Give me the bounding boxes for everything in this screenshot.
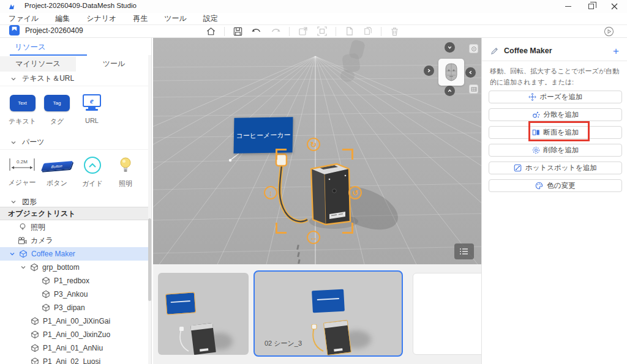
- copy-button[interactable]: [344, 26, 355, 37]
- add-hotspot-button[interactable]: ホットスポットを追加: [489, 162, 622, 174]
- minimize-button[interactable]: [559, 0, 577, 13]
- rotate-axis-handle[interactable]: ↺: [348, 186, 362, 199]
- rotate-handle[interactable]: ↻: [307, 138, 320, 151]
- cube-icon: [31, 317, 39, 325]
- object-row[interactable]: P3_dipan: [0, 301, 152, 314]
- orbit-up-button[interactable]: [445, 86, 455, 96]
- cube-icon: [31, 357, 39, 364]
- section-text-url[interactable]: テキスト＆URL: [0, 72, 152, 86]
- object-row[interactable]: P1_Ani_02_Luosi: [0, 355, 152, 364]
- close-button[interactable]: [605, 0, 623, 13]
- cube-icon: [31, 330, 39, 339]
- menu-bar: ファイル 編集 シナリオ 再生 ツール 設定: [0, 13, 627, 25]
- menu-settings[interactable]: 設定: [203, 13, 218, 24]
- object-row-light[interactable]: 照明: [0, 220, 152, 234]
- tab-tools[interactable]: ツール: [76, 56, 152, 72]
- object-row[interactable]: P1_Ani_00_JiXinGai: [0, 314, 152, 328]
- divider: [482, 61, 627, 61]
- add-section-button[interactable]: 断面を追加: [489, 126, 622, 139]
- menu-tools[interactable]: ツール: [164, 13, 187, 24]
- menu-play[interactable]: 再生: [133, 13, 148, 24]
- viewport-3d[interactable]: コーヒーメーカー ↻ ↕ ↺ ↔: [153, 38, 481, 264]
- object-name-sign[interactable]: コーヒーメーカー: [234, 117, 293, 154]
- tool-light[interactable]: 照明: [118, 157, 133, 188]
- toolbar-separator: [381, 27, 381, 36]
- tool-guide[interactable]: ガイド: [82, 157, 103, 188]
- text-badge-icon: Text: [10, 95, 36, 111]
- object-row[interactable]: P1_Ani_00_JixinZuo: [0, 328, 152, 341]
- app-logo-icon: [8, 3, 15, 10]
- tool-text[interactable]: Text テキスト: [9, 95, 36, 126]
- change-color-button[interactable]: 色の変更: [489, 179, 622, 192]
- scene-thumbnail-2-selected[interactable]: 02 シーン_3: [253, 270, 403, 357]
- preview-play-button[interactable]: [604, 26, 614, 37]
- tab-resources-underline: [10, 54, 87, 56]
- tool-url[interactable]: e URL: [81, 94, 102, 124]
- delete-button[interactable]: [389, 26, 400, 37]
- orbit-right-button[interactable]: [424, 65, 434, 76]
- object-row-coffee-maker[interactable]: Coffee Maker: [0, 247, 152, 261]
- object-row[interactable]: P1_redbox: [0, 274, 152, 288]
- move-horizontal-handle[interactable]: ↔: [307, 231, 320, 244]
- grid-toggle-button[interactable]: [469, 84, 478, 94]
- view-orientation-head[interactable]: [438, 59, 464, 86]
- object-row-camera[interactable]: カメラ: [0, 234, 152, 247]
- tab-my-resources[interactable]: マイリソース: [0, 56, 76, 72]
- mannequin-head-icon: [443, 62, 459, 82]
- scene-thumbnail-3[interactable]: [413, 273, 481, 355]
- home-button[interactable]: [206, 26, 216, 37]
- maximize-button[interactable]: [582, 0, 600, 13]
- save-button[interactable]: [233, 26, 243, 37]
- tag-badge-icon: Tag: [44, 95, 70, 111]
- scene-thumbnail-1[interactable]: [158, 273, 249, 355]
- selection-bracket: [342, 149, 353, 160]
- mini-machine: [190, 323, 216, 355]
- hotspot-icon: [514, 164, 522, 172]
- camera-reset-button[interactable]: [469, 44, 478, 53]
- move-vertical-handle[interactable]: ↕: [264, 186, 277, 199]
- cube-icon: [31, 344, 39, 352]
- frame-select-button[interactable]: [317, 26, 328, 37]
- monitor-icon: e: [81, 94, 102, 111]
- tool-measure[interactable]: 0.2M メジャー: [8, 157, 36, 187]
- resource-sidebar: リソース マイリソース ツール テキスト＆URL Text テキスト Tag タ…: [0, 38, 152, 364]
- menu-file[interactable]: ファイル: [9, 13, 39, 24]
- add-delete-button[interactable]: 削除を追加: [489, 144, 622, 157]
- section-title: テキスト＆URL: [22, 73, 74, 84]
- fit-frame-button[interactable]: [298, 26, 309, 37]
- paste-button[interactable]: [362, 26, 373, 37]
- scene-strip: 02 シーン_3: [153, 264, 481, 364]
- button-3d-icon: Button: [41, 161, 73, 171]
- minimize-icon: [565, 6, 571, 7]
- menu-scenario[interactable]: シナリオ: [86, 13, 116, 24]
- object-row[interactable]: P1_Ani_01_AnNiu: [0, 341, 152, 355]
- section-parts[interactable]: パーツ: [0, 135, 152, 150]
- edit-pencil-icon[interactable]: [490, 47, 498, 55]
- object-row[interactable]: P3_Ankou: [0, 288, 152, 301]
- undo-button[interactable]: [251, 26, 262, 36]
- add-pose-button[interactable]: ポーズを追加: [489, 91, 622, 103]
- scrollbar-thumb[interactable]: [148, 218, 151, 301]
- section-icon: [532, 128, 540, 136]
- mini-machine: [324, 321, 351, 355]
- chevron-down-icon: [10, 139, 17, 146]
- add-scatter-button[interactable]: 分散を追加: [489, 108, 622, 121]
- light-bulb-icon: [118, 157, 133, 174]
- menu-edit[interactable]: 編集: [55, 13, 70, 24]
- object-list-header: オブジェクトリスト: [0, 207, 152, 220]
- tool-tag[interactable]: Tag タグ: [44, 95, 70, 126]
- tool-button[interactable]: Button ボタン: [43, 158, 71, 188]
- sidebar-scrollbar[interactable]: [148, 55, 151, 364]
- panel-header: Coffee Maker +: [482, 43, 627, 59]
- object-row-grp-bottom[interactable]: grp_bottom: [0, 261, 152, 274]
- project-badge: Project-20260409: [9, 24, 83, 36]
- add-button[interactable]: +: [613, 46, 619, 56]
- orbit-left-button[interactable]: [465, 67, 476, 78]
- scene-list-button[interactable]: [454, 243, 474, 259]
- orbit-down-button[interactable]: [445, 42, 455, 53]
- tab-resources[interactable]: リソース: [15, 42, 46, 53]
- action-panel: Coffee Maker + 移動、回転、拡大することでポーズが自動的に追加され…: [481, 38, 627, 364]
- toolbar-separator: [336, 27, 336, 36]
- toolbar-icons: [206, 25, 400, 37]
- redo-button[interactable]: [270, 26, 281, 36]
